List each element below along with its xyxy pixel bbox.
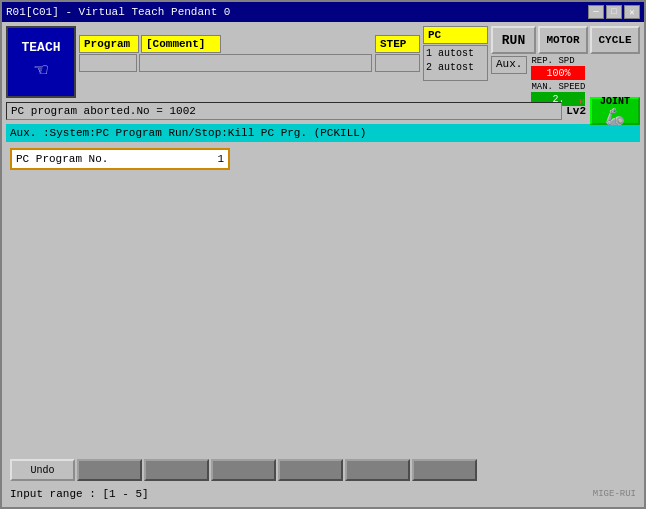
title-bar: R01[C01] - Virtual Teach Pendant 0 — □ ✕ xyxy=(2,2,644,22)
comment-field[interactable] xyxy=(139,54,372,72)
rep-spd-section: REP. SPD 100% xyxy=(531,56,585,80)
lv2-label: Lv2 xyxy=(566,105,586,117)
bottom-btn-2[interactable] xyxy=(77,459,142,481)
man-speed-label: MAN. SPEED xyxy=(531,82,585,92)
teach-label: TEACH xyxy=(21,40,60,55)
main-content: TEACH ☜ Program [Comment] xyxy=(2,22,644,507)
bottom-btn-6[interactable] xyxy=(345,459,410,481)
pc-program-field[interactable]: PC Program No. 1 xyxy=(10,148,230,170)
undo-label: Undo xyxy=(30,465,54,476)
title-bar-buttons: — □ ✕ xyxy=(588,5,640,19)
joint-button[interactable]: JOINT 🦾 xyxy=(590,97,640,125)
teach-hand-icon: ☜ xyxy=(34,57,47,84)
status-row: PC program aborted.No = 1002 Lv2 JOINT 🦾 xyxy=(6,100,640,122)
pc-field: 1 autost 2 autost xyxy=(423,45,488,81)
cyan-bar-text: Aux. :System:PC Program Run/Stop:Kill PC… xyxy=(10,127,366,139)
input-area: PC Program No. 1 xyxy=(6,144,640,455)
bottom-toolbar: Undo xyxy=(6,457,640,483)
window-title: R01[C01] - Virtual Teach Pendant 0 xyxy=(6,6,230,18)
run-button[interactable]: RUN xyxy=(491,26,536,54)
bottom-btn-4[interactable] xyxy=(211,459,276,481)
rep-spd-label: REP. SPD xyxy=(531,56,585,66)
maximize-button[interactable]: □ xyxy=(606,5,622,19)
input-range-text: Input range : [1 - 5] xyxy=(10,488,149,500)
run-motor-cycle-row: RUN MOTOR CYCLE xyxy=(491,26,640,54)
motor-button[interactable]: MOTOR xyxy=(538,26,588,54)
step-field[interactable] xyxy=(375,54,420,72)
program-field[interactable] xyxy=(79,54,137,72)
status-message: PC program aborted.No = 1002 xyxy=(6,102,562,120)
cyan-bar: Aux. :System:PC Program Run/Stop:Kill PC… xyxy=(6,124,640,142)
minimize-button[interactable]: — xyxy=(588,5,604,19)
bottom-btn-7[interactable] xyxy=(412,459,477,481)
pc-label: PC xyxy=(423,26,488,44)
watermark: MIGE-RUI xyxy=(593,489,636,499)
pc-program-label: PC Program No. xyxy=(16,153,213,165)
undo-button[interactable]: Undo xyxy=(10,459,75,481)
cycle-button[interactable]: CYCLE xyxy=(590,26,640,54)
comment-label: [Comment] xyxy=(141,35,221,53)
right-buttons: RUN MOTOR CYCLE Aux. REP. SPD 100% MAN. … xyxy=(491,26,640,98)
input-range-bar: Input range : [1 - 5] MIGE-RUI xyxy=(6,485,640,503)
close-button[interactable]: ✕ xyxy=(624,5,640,19)
bottom-btn-5[interactable] xyxy=(278,459,343,481)
bottom-btn-3[interactable] xyxy=(144,459,209,481)
main-window: R01[C01] - Virtual Teach Pendant 0 — □ ✕… xyxy=(0,0,646,509)
rep-spd-bar: 100% xyxy=(531,66,585,80)
teach-button[interactable]: TEACH ☜ xyxy=(6,26,76,98)
pc-program-value: 1 xyxy=(217,153,224,165)
program-label: Program xyxy=(79,35,139,53)
step-label: STEP xyxy=(375,35,420,53)
joint-label: JOINT xyxy=(600,96,630,107)
aux-button[interactable]: Aux. xyxy=(491,56,527,74)
top-toolbar: TEACH ☜ Program [Comment] xyxy=(6,26,640,98)
robot-icon: 🦾 xyxy=(605,107,625,127)
